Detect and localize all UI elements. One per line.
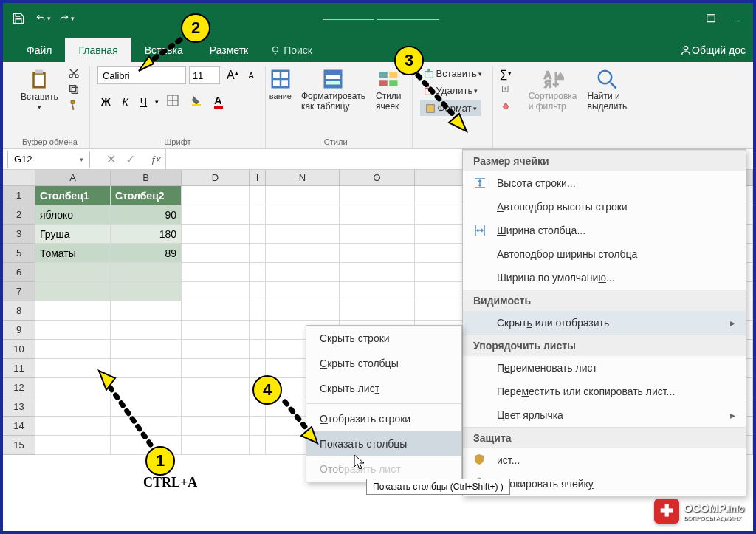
cell[interactable]: яблоко (35, 205, 111, 225)
cell[interactable] (340, 263, 415, 282)
fill-icon[interactable] (498, 83, 514, 96)
cell[interactable] (266, 244, 340, 263)
paste-button[interactable]: Вставить ▾ (18, 66, 61, 112)
cell[interactable] (250, 244, 266, 263)
cell[interactable] (266, 282, 340, 301)
column-header[interactable]: N (266, 170, 340, 186)
cell[interactable] (250, 282, 266, 301)
dd-rename-sheet[interactable]: Переименовать лист (463, 356, 746, 380)
enter-icon[interactable]: ✓ (121, 152, 139, 167)
sm-hide-rows[interactable]: Скрыть строки (306, 326, 461, 351)
row-header[interactable]: 6 (3, 263, 35, 282)
cell[interactable]: Столбец2 (111, 186, 182, 205)
ribbon-options-icon[interactable] (701, 9, 721, 28)
font-size-input[interactable] (189, 66, 220, 84)
cell[interactable] (182, 205, 250, 225)
sort-filter-button[interactable]: AЯ Сортировка и фильтр (526, 66, 580, 114)
dd-default-width[interactable]: Ширина по умолчанию... (463, 266, 746, 290)
cell[interactable] (266, 301, 340, 321)
minimize-icon[interactable] (728, 9, 747, 28)
cell[interactable] (35, 340, 111, 359)
save-icon[interactable] (9, 9, 28, 28)
row-header[interactable]: 5 (3, 244, 35, 263)
cell[interactable] (111, 340, 182, 359)
cell[interactable] (111, 263, 182, 282)
decrease-font-icon[interactable]: A (245, 69, 258, 81)
dd-autofit-col[interactable]: Автоподбор ширины столбца (463, 242, 746, 266)
tab-layout[interactable]: Разметк (196, 38, 261, 62)
cell[interactable] (266, 186, 340, 205)
row-header[interactable]: 10 (3, 340, 35, 359)
sm-hide-cols[interactable]: Скрыть столбцы (306, 351, 461, 376)
dd-protect-sheet[interactable]: ист... (463, 448, 746, 472)
cell[interactable] (182, 417, 250, 436)
dd-tab-color[interactable]: Цвет ярлычка▸ (463, 403, 746, 427)
cell[interactable]: Груша (35, 225, 111, 244)
row-header[interactable]: 14 (3, 417, 35, 436)
cell[interactable] (250, 225, 266, 244)
fx-icon[interactable]: ƒx (146, 154, 165, 165)
clear-icon[interactable] (498, 99, 514, 112)
cell[interactable] (266, 225, 340, 244)
cell[interactable] (111, 282, 182, 301)
find-select-button[interactable]: Найти и выделить (585, 66, 630, 114)
name-box[interactable]: G12▾ (7, 151, 90, 168)
cut-icon[interactable] (66, 66, 82, 80)
dd-row-height[interactable]: Высота строки... (463, 171, 746, 195)
dd-hide-show[interactable]: Скрыть или отобразить▸ (463, 311, 746, 335)
row-header[interactable]: 13 (3, 397, 35, 417)
cell[interactable] (182, 340, 250, 359)
copy-icon[interactable] (66, 83, 82, 96)
cell[interactable] (250, 417, 266, 436)
row-header[interactable]: 9 (3, 321, 35, 340)
cell[interactable] (250, 205, 266, 225)
cell[interactable] (35, 263, 111, 282)
row-header[interactable]: 12 (3, 378, 35, 397)
format-painter-icon[interactable] (66, 99, 82, 112)
row-header[interactable]: 7 (3, 282, 35, 301)
border-icon[interactable] (163, 93, 182, 110)
row-header[interactable]: 15 (3, 436, 35, 455)
cell-styles-button[interactable]: Стили ячеек (373, 66, 405, 114)
cell[interactable] (250, 263, 266, 282)
cell[interactable] (182, 186, 250, 205)
cell[interactable] (182, 263, 250, 282)
underline-button[interactable]: Ч (137, 95, 151, 109)
cell[interactable] (250, 321, 266, 340)
column-header[interactable]: I (250, 170, 266, 186)
cell[interactable] (182, 244, 250, 263)
cell[interactable] (266, 205, 340, 225)
cell[interactable] (340, 205, 415, 225)
row-header[interactable]: 1 (3, 186, 35, 205)
row-header[interactable]: 11 (3, 359, 35, 378)
tab-file[interactable]: Файл (13, 38, 65, 62)
cell[interactable] (111, 301, 182, 321)
bold-button[interactable]: Ж (97, 95, 114, 109)
cell[interactable] (340, 225, 415, 244)
cell[interactable] (182, 321, 250, 340)
cell[interactable] (340, 301, 415, 321)
cell[interactable] (111, 321, 182, 340)
cell[interactable] (266, 263, 340, 282)
undo-icon[interactable]: ▾ (32, 9, 52, 28)
cell[interactable]: Столбец1 (35, 186, 111, 205)
dd-autofit-row[interactable]: Автоподбор высоты строки (463, 195, 746, 219)
cell[interactable] (182, 397, 250, 417)
share-button[interactable]: Общий дос (673, 38, 753, 62)
cell[interactable]: Томаты (35, 244, 111, 263)
redo-icon[interactable]: ▾ (56, 9, 75, 28)
cell[interactable] (340, 186, 415, 205)
format-table-button[interactable]: Форматировать как таблицу (298, 66, 368, 114)
cell[interactable] (35, 282, 111, 301)
row-header[interactable]: 2 (3, 205, 35, 225)
fill-color-icon[interactable] (187, 93, 206, 110)
cell[interactable] (250, 301, 266, 321)
autosum-icon[interactable]: ∑ ▾ (498, 66, 514, 80)
italic-button[interactable]: К (119, 95, 132, 109)
column-header[interactable]: A (35, 170, 111, 186)
column-header[interactable]: D (182, 170, 250, 186)
cell[interactable] (340, 282, 415, 301)
font-color-icon[interactable]: A (210, 93, 227, 110)
cell[interactable] (35, 301, 111, 321)
cell[interactable] (182, 301, 250, 321)
